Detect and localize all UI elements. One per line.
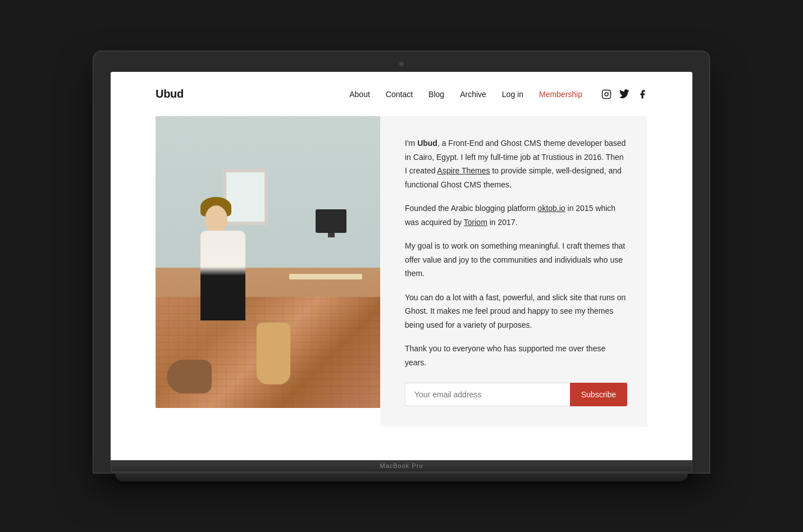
nav-membership[interactable]: Membership — [539, 90, 582, 99]
instagram-icon[interactable] — [601, 89, 612, 99]
nav-blog[interactable]: Blog — [428, 90, 444, 99]
main-nav: About Contact Blog Archive Log in Member… — [349, 89, 647, 99]
subscribe-form: Subscribe — [405, 383, 627, 406]
toriom-link[interactable]: Toriom — [464, 218, 487, 227]
laptop-body: Ubud About Contact Blog Archive Log in M… — [93, 51, 710, 474]
main-content: I'm Ubud, a Front-End and Ghost CMS them… — [111, 116, 692, 460]
laptop-base: MacBook Pro — [111, 460, 692, 473]
email-input[interactable] — [405, 383, 570, 406]
laptop-camera — [399, 62, 404, 66]
small-dog — [167, 360, 212, 393]
person — [189, 186, 279, 320]
paragraph-5: Thank you to everyone who has supported … — [405, 342, 627, 369]
oktob-link[interactable]: oktob.io — [538, 204, 565, 213]
aspire-themes-link[interactable]: Aspire Themes — [437, 166, 490, 175]
paragraph-2: Founded the Arabic blogging platform okt… — [405, 201, 627, 229]
nav-about[interactable]: About — [349, 90, 370, 99]
monitor — [316, 209, 346, 233]
subscribe-button[interactable]: Subscribe — [570, 383, 627, 406]
person-head — [205, 205, 227, 233]
large-dog — [257, 323, 290, 384]
facebook-icon[interactable] — [637, 89, 647, 99]
website: Ubud About Contact Blog Archive Log in M… — [111, 72, 692, 460]
desk — [289, 274, 362, 279]
brand-name: Ubud — [417, 139, 437, 148]
room-scene — [156, 116, 380, 408]
about-text-panel: I'm Ubud, a Front-End and Ghost CMS them… — [380, 116, 647, 426]
svg-rect-0 — [603, 90, 611, 98]
about-text: I'm Ubud, a Front-End and Ghost CMS them… — [405, 136, 627, 369]
site-logo[interactable]: Ubud — [156, 88, 184, 100]
laptop-frame: Ubud About Contact Blog Archive Log in M… — [93, 51, 710, 481]
nav-contact[interactable]: Contact — [386, 90, 413, 99]
laptop-model-label: MacBook Pro — [380, 462, 423, 469]
svg-point-2 — [608, 91, 609, 93]
person-body — [200, 231, 245, 320]
social-icons — [601, 89, 647, 99]
paragraph-1: I'm Ubud, a Front-End and Ghost CMS them… — [405, 136, 627, 191]
nav-archive[interactable]: Archive — [460, 90, 486, 99]
laptop-screen: Ubud About Contact Blog Archive Log in M… — [111, 72, 692, 460]
paragraph-3: My goal is to work on something meaningf… — [405, 239, 627, 281]
svg-point-1 — [605, 93, 608, 96]
laptop-foot — [115, 474, 688, 481]
twitter-icon[interactable] — [619, 89, 629, 99]
site-header: Ubud About Contact Blog Archive Log in M… — [111, 72, 692, 116]
paragraph-4: You can do a lot with a fast, powerful, … — [405, 291, 627, 332]
about-image — [156, 116, 380, 408]
nav-login[interactable]: Log in — [502, 90, 523, 99]
